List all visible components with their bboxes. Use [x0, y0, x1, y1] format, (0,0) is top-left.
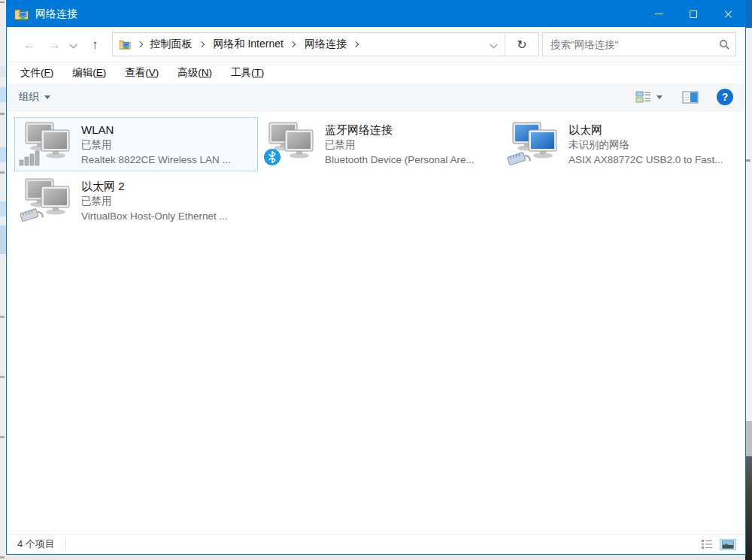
window-title: 网络连接 [35, 8, 77, 21]
background-window-left-sliver [0, 0, 6, 560]
breadcrumb-chevron-icon [290, 41, 296, 47]
address-bar[interactable]: 控制面板 网络和 Internet 网络连接 ↻ [112, 32, 540, 56]
connection-name: WLAN [81, 122, 231, 138]
maximize-icon [690, 11, 697, 18]
breadcrumb-chevron-icon [353, 41, 359, 47]
breadcrumb-chevron-icon [136, 41, 142, 47]
titlebar[interactable]: 网络连接 [7, 1, 745, 27]
item-count: 4 个项目 [17, 537, 55, 551]
large-icons-view-button[interactable] [720, 539, 736, 550]
close-icon [723, 10, 732, 19]
ethernet-plug-icon [20, 207, 44, 223]
breadcrumb-chevron-icon [198, 41, 204, 47]
status-bar: 4 个项目 [7, 534, 745, 554]
back-arrow-icon: ← [23, 38, 36, 52]
bluetooth-adapter-icon [262, 122, 319, 167]
connection-device: VirtualBox Host-Only Ethernet ... [81, 209, 228, 224]
wlan-adapter-icon [18, 122, 75, 167]
bluetooth-badge-icon [264, 149, 280, 165]
preview-pane-button[interactable] [682, 91, 699, 104]
breadcrumb-network-and-internet[interactable]: 网络和 Internet [212, 38, 303, 51]
thumbnails-view-icon [722, 540, 734, 549]
search-input[interactable] [549, 38, 719, 51]
back-button[interactable]: ← [17, 38, 42, 51]
address-location-icon [119, 39, 132, 50]
refresh-button[interactable]: ↻ [505, 33, 538, 56]
search-icon[interactable] [719, 39, 729, 50]
close-button[interactable] [711, 1, 745, 27]
connection-name: 蓝牙网络连接 [325, 122, 475, 138]
ethernet-adapter-icon [505, 122, 562, 167]
organize-dropdown-chevron-icon [44, 95, 50, 99]
wifi-signal-icon [20, 151, 39, 165]
breadcrumb-network-connections[interactable]: 网络连接 [303, 38, 366, 51]
recent-locations-button[interactable] [67, 37, 80, 50]
forward-button[interactable]: → [42, 38, 67, 51]
ethernet-adapter-icon [18, 178, 75, 223]
menu-advanced[interactable]: 高级(N) [177, 66, 212, 80]
connection-status: 已禁用 [81, 138, 231, 153]
network-folder-icon [14, 8, 29, 20]
view-dropdown-chevron-icon [656, 95, 663, 99]
details-view-icon [701, 539, 714, 549]
address-dropdown-button[interactable] [482, 33, 505, 56]
connection-status: 已禁用 [325, 138, 475, 153]
network-connections-window: 网络连接 ← → ↑ 控制面板 [6, 0, 746, 555]
breadcrumb-control-panel[interactable]: 控制面板 [149, 38, 212, 51]
details-view-button[interactable] [701, 539, 714, 549]
statusbar-separator [65, 538, 66, 550]
preview-pane-icon [682, 91, 699, 104]
help-button[interactable]: ? [717, 89, 733, 105]
connection-name: 以太网 2 [81, 178, 228, 194]
connection-item-bluetooth[interactable]: 蓝牙网络连接 已禁用 Bluetooth Device (Personal Ar… [258, 117, 502, 171]
forward-arrow-icon: → [48, 38, 61, 52]
minimize-icon [655, 14, 663, 14]
menu-tools[interactable]: 工具(T) [231, 66, 264, 80]
menu-bar: 文件(F) 编辑(E) 查看(V) 高级(N) 工具(T) [7, 62, 745, 83]
navigation-bar: ← → ↑ 控制面板 网络和 Internet [7, 27, 745, 62]
items-view[interactable]: WLAN 已禁用 Realtek 8822CE Wireless LAN ... [7, 111, 745, 534]
up-arrow-icon: ↑ [92, 38, 99, 52]
connection-status: 未识别的网络 [569, 138, 723, 153]
ethernet-plug-icon [508, 151, 531, 167]
up-button[interactable]: ↑ [86, 38, 105, 51]
connection-item-ethernet-2[interactable]: 以太网 2 已禁用 VirtualBox Host-Only Ethernet … [14, 174, 258, 228]
command-bar: 组织 [7, 83, 745, 111]
connection-device: Bluetooth Device (Personal Are... [325, 153, 475, 168]
chevron-down-icon [490, 41, 497, 48]
change-view-button[interactable] [635, 90, 663, 104]
refresh-icon: ↻ [517, 38, 526, 52]
connection-status: 已禁用 [81, 194, 228, 209]
help-question-icon: ? [722, 91, 729, 103]
chevron-down-icon [70, 41, 77, 48]
connection-device: Realtek 8822CE Wireless LAN ... [81, 153, 231, 168]
maximize-button[interactable] [676, 1, 711, 27]
connection-item-ethernet[interactable]: 以太网 未识别的网络 ASIX AX88772C USB2.0 to Fast.… [502, 117, 745, 171]
menu-view[interactable]: 查看(V) [125, 66, 159, 80]
connection-name: 以太网 [569, 122, 723, 138]
menu-edit[interactable]: 编辑(E) [72, 66, 106, 80]
connection-device: ASIX AX88772C USB2.0 to Fast... [569, 153, 723, 168]
change-view-icon [635, 90, 652, 104]
search-box[interactable] [542, 32, 736, 56]
minimize-button[interactable] [641, 1, 676, 27]
connection-item-wlan[interactable]: WLAN 已禁用 Realtek 8822CE Wireless LAN ... [14, 117, 258, 171]
background-desktop-right-sliver [745, 0, 752, 560]
organize-button[interactable]: 组织 [19, 90, 50, 104]
menu-file[interactable]: 文件(F) [20, 66, 53, 80]
